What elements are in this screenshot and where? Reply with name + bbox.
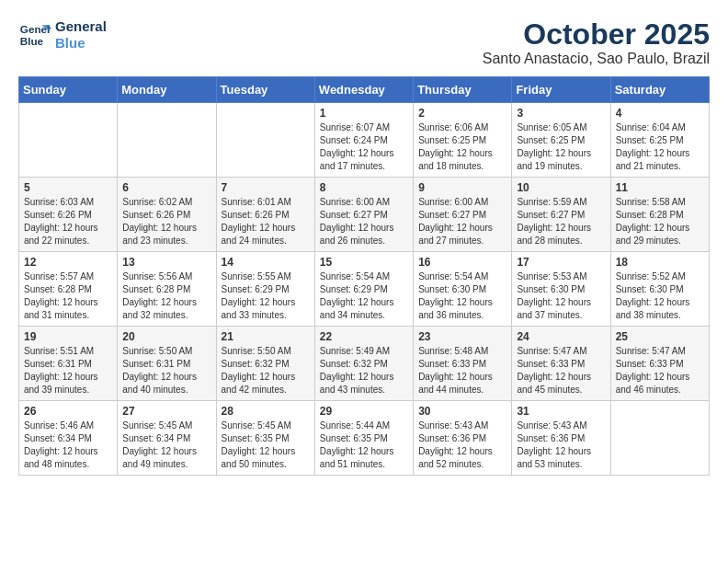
page-header: General Blue General Blue October 2025 S… [18, 18, 710, 67]
day-number: 1 [320, 107, 408, 120]
day-info: Sunrise: 5:46 AM Sunset: 6:34 PM Dayligh… [24, 419, 112, 471]
calendar-table: Sunday Monday Tuesday Wednesday Thursday… [18, 76, 710, 476]
table-row: 20Sunrise: 5:50 AM Sunset: 6:31 PM Dayli… [118, 327, 216, 401]
calendar-week-5: 26Sunrise: 5:46 AM Sunset: 6:34 PM Dayli… [19, 401, 710, 476]
day-number: 21 [222, 330, 310, 343]
col-wednesday: Wednesday [314, 77, 413, 103]
day-info: Sunrise: 5:51 AM Sunset: 6:31 PM Dayligh… [24, 345, 112, 396]
day-number: 8 [320, 181, 408, 194]
day-number: 13 [122, 256, 210, 269]
svg-text:Blue: Blue [20, 35, 44, 47]
day-info: Sunrise: 5:43 AM Sunset: 6:36 PM Dayligh… [517, 419, 605, 471]
table-row: 13Sunrise: 5:56 AM Sunset: 6:28 PM Dayli… [118, 252, 216, 327]
day-info: Sunrise: 5:56 AM Sunset: 6:28 PM Dayligh… [122, 270, 210, 322]
day-info: Sunrise: 5:54 AM Sunset: 6:29 PM Dayligh… [320, 270, 408, 322]
table-row: 9Sunrise: 6:00 AM Sunset: 6:27 PM Daylig… [414, 178, 512, 252]
day-info: Sunrise: 5:57 AM Sunset: 6:28 PM Dayligh… [24, 270, 112, 322]
table-row [19, 103, 118, 178]
day-info: Sunrise: 6:00 AM Sunset: 6:27 PM Dayligh… [418, 196, 506, 247]
day-info: Sunrise: 5:54 AM Sunset: 6:30 PM Dayligh… [418, 270, 506, 322]
table-row: 10Sunrise: 5:59 AM Sunset: 6:27 PM Dayli… [512, 178, 610, 252]
col-saturday: Saturday [610, 77, 709, 103]
logo: General Blue General Blue [18, 18, 107, 52]
table-row: 21Sunrise: 5:50 AM Sunset: 6:32 PM Dayli… [216, 327, 314, 401]
day-info: Sunrise: 5:48 AM Sunset: 6:33 PM Dayligh… [418, 345, 506, 396]
day-info: Sunrise: 5:44 AM Sunset: 6:35 PM Dayligh… [320, 419, 408, 471]
table-row: 23Sunrise: 5:48 AM Sunset: 6:33 PM Dayli… [414, 327, 512, 401]
table-row: 22Sunrise: 5:49 AM Sunset: 6:32 PM Dayli… [314, 327, 413, 401]
table-row: 5Sunrise: 6:03 AM Sunset: 6:26 PM Daylig… [19, 178, 118, 252]
day-info: Sunrise: 5:55 AM Sunset: 6:29 PM Dayligh… [222, 270, 310, 322]
day-number: 6 [122, 181, 210, 194]
col-thursday: Thursday [414, 77, 512, 103]
day-info: Sunrise: 5:52 AM Sunset: 6:30 PM Dayligh… [616, 270, 704, 322]
day-number: 19 [24, 330, 112, 343]
table-row [118, 103, 216, 178]
table-row: 19Sunrise: 5:51 AM Sunset: 6:31 PM Dayli… [19, 327, 118, 401]
table-row: 1Sunrise: 6:07 AM Sunset: 6:24 PM Daylig… [314, 103, 413, 178]
col-tuesday: Tuesday [216, 77, 314, 103]
table-row: 11Sunrise: 5:58 AM Sunset: 6:28 PM Dayli… [610, 178, 709, 252]
col-monday: Monday [118, 77, 216, 103]
calendar-header-row: Sunday Monday Tuesday Wednesday Thursday… [19, 77, 710, 103]
day-info: Sunrise: 5:58 AM Sunset: 6:28 PM Dayligh… [616, 196, 704, 247]
table-row: 26Sunrise: 5:46 AM Sunset: 6:34 PM Dayli… [19, 401, 118, 476]
page-title: October 2025 [483, 18, 710, 51]
day-info: Sunrise: 5:53 AM Sunset: 6:30 PM Dayligh… [517, 270, 605, 322]
day-number: 24 [517, 330, 605, 343]
day-number: 5 [24, 181, 112, 194]
day-info: Sunrise: 6:05 AM Sunset: 6:25 PM Dayligh… [517, 121, 605, 173]
table-row: 8Sunrise: 6:00 AM Sunset: 6:27 PM Daylig… [314, 178, 413, 252]
day-info: Sunrise: 5:59 AM Sunset: 6:27 PM Dayligh… [517, 196, 605, 247]
day-info: Sunrise: 5:49 AM Sunset: 6:32 PM Dayligh… [320, 345, 408, 396]
day-info: Sunrise: 5:43 AM Sunset: 6:36 PM Dayligh… [418, 419, 506, 471]
day-info: Sunrise: 5:47 AM Sunset: 6:33 PM Dayligh… [517, 345, 605, 396]
day-number: 22 [320, 330, 408, 343]
day-info: Sunrise: 6:01 AM Sunset: 6:26 PM Dayligh… [222, 196, 310, 247]
table-row: 18Sunrise: 5:52 AM Sunset: 6:30 PM Dayli… [610, 252, 709, 327]
table-row [610, 401, 709, 476]
calendar-week-4: 19Sunrise: 5:51 AM Sunset: 6:31 PM Dayli… [19, 327, 710, 401]
logo-text-general: General [55, 18, 107, 35]
table-row: 3Sunrise: 6:05 AM Sunset: 6:25 PM Daylig… [512, 103, 610, 178]
day-info: Sunrise: 5:50 AM Sunset: 6:31 PM Dayligh… [122, 345, 210, 396]
table-row: 14Sunrise: 5:55 AM Sunset: 6:29 PM Dayli… [216, 252, 314, 327]
day-info: Sunrise: 6:07 AM Sunset: 6:24 PM Dayligh… [320, 121, 408, 173]
day-number: 14 [222, 256, 310, 269]
day-info: Sunrise: 6:00 AM Sunset: 6:27 PM Dayligh… [320, 196, 408, 247]
table-row: 4Sunrise: 6:04 AM Sunset: 6:25 PM Daylig… [610, 103, 709, 178]
day-number: 7 [222, 181, 310, 194]
table-row: 25Sunrise: 5:47 AM Sunset: 6:33 PM Dayli… [610, 327, 709, 401]
day-number: 25 [616, 330, 704, 343]
day-number: 23 [418, 330, 506, 343]
day-number: 10 [517, 181, 605, 194]
table-row: 27Sunrise: 5:45 AM Sunset: 6:34 PM Dayli… [118, 401, 216, 476]
calendar-week-2: 5Sunrise: 6:03 AM Sunset: 6:26 PM Daylig… [19, 178, 710, 252]
day-number: 3 [517, 107, 605, 120]
table-row: 7Sunrise: 6:01 AM Sunset: 6:26 PM Daylig… [216, 178, 314, 252]
page-subtitle: Santo Anastacio, Sao Paulo, Brazil [483, 51, 710, 67]
table-row: 24Sunrise: 5:47 AM Sunset: 6:33 PM Dayli… [512, 327, 610, 401]
table-row [216, 103, 314, 178]
day-number: 28 [222, 405, 310, 418]
day-info: Sunrise: 5:47 AM Sunset: 6:33 PM Dayligh… [616, 345, 704, 396]
col-friday: Friday [512, 77, 610, 103]
day-number: 15 [320, 256, 408, 269]
table-row: 29Sunrise: 5:44 AM Sunset: 6:35 PM Dayli… [314, 401, 413, 476]
day-number: 29 [320, 405, 408, 418]
day-info: Sunrise: 6:02 AM Sunset: 6:26 PM Dayligh… [122, 196, 210, 247]
day-number: 2 [418, 107, 506, 120]
title-area: October 2025 Santo Anastacio, Sao Paulo,… [483, 18, 710, 67]
day-info: Sunrise: 6:06 AM Sunset: 6:25 PM Dayligh… [418, 121, 506, 173]
table-row: 16Sunrise: 5:54 AM Sunset: 6:30 PM Dayli… [414, 252, 512, 327]
logo-icon: General Blue [18, 18, 51, 52]
day-number: 9 [418, 181, 506, 194]
table-row: 17Sunrise: 5:53 AM Sunset: 6:30 PM Dayli… [512, 252, 610, 327]
day-number: 12 [24, 256, 112, 269]
table-row: 2Sunrise: 6:06 AM Sunset: 6:25 PM Daylig… [414, 103, 512, 178]
day-number: 20 [122, 330, 210, 343]
col-sunday: Sunday [19, 77, 118, 103]
day-number: 30 [418, 405, 506, 418]
table-row: 31Sunrise: 5:43 AM Sunset: 6:36 PM Dayli… [512, 401, 610, 476]
table-row: 12Sunrise: 5:57 AM Sunset: 6:28 PM Dayli… [19, 252, 118, 327]
